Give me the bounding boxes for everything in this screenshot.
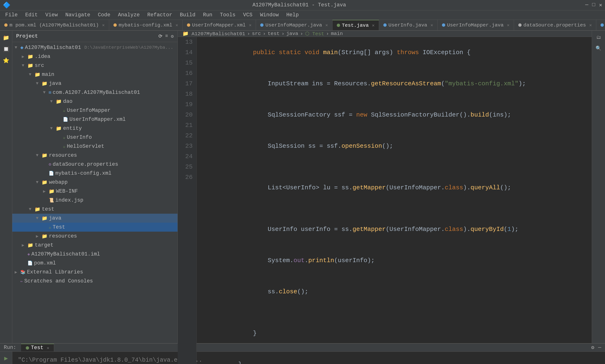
menu-item-view[interactable]: View [42, 11, 61, 19]
console-minimize-icon[interactable]: — [598, 345, 601, 351]
tab-mapper-java[interactable]: UserInfoMapper.java ✕ [256, 20, 332, 30]
run-play-icon[interactable]: ▶ [1, 354, 11, 363]
tree-label-iml: A1207MyBalischat01.iml [31, 251, 100, 257]
tree-item-pomxml[interactable]: 📄 pom.xml [12, 259, 178, 268]
tree-item-test-java[interactable]: ☕ Test [12, 223, 178, 232]
tab-close-mybatis[interactable]: ✕ [176, 23, 178, 28]
tree-item-main[interactable]: ▼ 📁 main [12, 70, 178, 79]
tree-item-dao[interactable]: ▼ 📁 dao [12, 97, 178, 106]
minimize-button[interactable]: — [585, 2, 588, 8]
tree-item-resources-test[interactable]: ▶ 📁 resources [12, 232, 178, 241]
tab-datasource[interactable]: dataSource.properties ✕ [514, 20, 596, 30]
sidebar-project-icon[interactable]: 📁 [1, 33, 11, 42]
tree-item-helloservlet[interactable]: ☕ HelloServlet [12, 142, 178, 151]
tab-close-pom[interactable]: ✕ [102, 23, 105, 28]
tree-item-java-test[interactable]: ▼ 📁 java [12, 214, 178, 223]
code-lines[interactable]: public static void main(String[] args) t… [197, 37, 592, 364]
code-content: 13 14 15 16 17 18 19 20 21 22 23 24 25 2… [178, 37, 592, 364]
tree-icon-scratches: ✏ [20, 278, 23, 284]
tree-item-test[interactable]: ▼ 📁 test [12, 205, 178, 214]
tab-helloservlet[interactable]: HelloServlet ✕ [596, 20, 605, 30]
line-numbers: 13 14 15 16 17 18 19 20 21 22 23 24 25 2… [178, 37, 197, 364]
sidebar-structure-icon[interactable]: 🔲 [1, 44, 11, 54]
menu-item-code[interactable]: Code [94, 11, 114, 19]
tab-mybatis[interactable]: mybatis-config.xml ✕ [109, 20, 183, 30]
code-line-17 [201, 162, 587, 172]
tree-item-indexjsp[interactable]: 📜 index.jsp [12, 196, 178, 205]
tab-close-test[interactable]: ✕ [372, 23, 374, 28]
menu-item-tools[interactable]: Tools [217, 11, 239, 19]
tab-label-mapper-java: UserInfoMapper.java [265, 23, 322, 28]
tab-close-mapper-xml[interactable]: ✕ [249, 23, 251, 28]
tab-close-datasource[interactable]: ✕ [589, 23, 592, 28]
sidebar-icons: 📁 🔲 ⭐ [0, 31, 12, 343]
tab-test[interactable]: Test.java ✕ [333, 20, 379, 30]
sidebar-favorites-icon[interactable]: ⭐ [1, 56, 11, 65]
tree-item-datasource[interactable]: ⚙ dataSource.properties [12, 160, 178, 169]
tree-item-src[interactable]: ▼ 📁 src [12, 61, 178, 70]
tree-item-root[interactable]: ▼ ◆ A1207MyBalischat01 D:\JavaEnterprise… [12, 43, 178, 52]
tree-collapse-icon[interactable]: ≡ [165, 33, 168, 39]
tab-dot-helloservlet [601, 23, 604, 27]
menu-item-vcs[interactable]: VCS [240, 11, 256, 19]
menu-item-file[interactable]: File [2, 11, 21, 19]
tree-icon-helloservlet: ☕ [63, 144, 65, 149]
menu-item-edit[interactable]: Edit [22, 11, 41, 19]
maximize-button[interactable]: □ [592, 2, 595, 8]
menu-item-run[interactable]: Run [200, 11, 216, 19]
bottom-tab-close[interactable]: ✕ [47, 345, 49, 351]
tree-item-userinfo[interactable]: ☕ UserInfo [12, 133, 178, 142]
breadcrumb-src: src [252, 31, 261, 36]
tab-close-usermapper2[interactable]: ✕ [507, 23, 510, 28]
menu-item-help[interactable]: Help [283, 11, 302, 19]
tree-item-ext-libs[interactable]: ▶ 📚 External Libraries [12, 268, 178, 276]
tab-userinfo[interactable]: UserInfo.java ✕ [379, 20, 438, 30]
right-sidebar-icon2[interactable]: 🔍 [594, 43, 603, 53]
tree-item-target[interactable]: ▶ 📁 target [12, 241, 178, 250]
tree-label-userinfomapper-java: UserInfoMapper [67, 107, 111, 114]
tree-item-mybatis-config[interactable]: 📄 mybatis-config.xml [12, 169, 178, 178]
app-icon: 🔷 [3, 1, 10, 9]
tree-item-resources-main[interactable]: ▼ 📁 resources [12, 151, 178, 160]
tree-item-webapp[interactable]: ▼ 📁 webapp [12, 178, 178, 187]
tree-arrow-dao: ▼ [50, 99, 54, 104]
tab-close-userinfo[interactable]: ✕ [431, 23, 433, 28]
line-num-20: 20 [178, 110, 193, 120]
tree-item-idea[interactable]: ▶ 📁 .idea [12, 52, 178, 61]
tree-item-entity[interactable]: ▼ 📁 entity [12, 124, 178, 133]
right-sidebar: 🗂 🔍 [592, 31, 605, 343]
menu-item-refactor[interactable]: Refactor [144, 11, 176, 19]
tree-item-webinf[interactable]: ▶ 📁 WEB-INF [12, 187, 178, 196]
tree-sync-icon[interactable]: ⟳ [158, 33, 162, 39]
tab-pom[interactable]: m pom.xml (A1207MyBalischat01) ✕ [0, 20, 109, 30]
code-line-15: SqlSessionFactory ssf = new SqlSessionFa… [201, 99, 587, 130]
tree-settings-icon[interactable]: ⚙ [171, 33, 174, 39]
right-sidebar-icon1[interactable]: 🗂 [594, 33, 603, 42]
tab-mapper-xml[interactable]: UserInfoMapper.xml ✕ [183, 20, 256, 30]
tree-item-java-main[interactable]: ▼ 📁 java [12, 79, 178, 88]
tree-arrow-root: ▼ [15, 45, 19, 50]
tree-item-package[interactable]: ▼ ⊞ com.A1207.A1207MyBalischat01 [12, 88, 178, 97]
tab-dot-mybatis [114, 23, 117, 27]
menu-item-analyze[interactable]: Analyze [115, 11, 143, 19]
close-button[interactable]: ✕ [599, 2, 602, 8]
bottom-tab-test[interactable]: Test ✕ [21, 344, 54, 351]
tab-label-datasource: dataSource.properties [524, 23, 586, 28]
line-num-14: 14 [178, 47, 193, 58]
tree-item-scratches[interactable]: ✏ Scratches and Consoles [12, 276, 178, 286]
menu-item-navigate[interactable]: Navigate [62, 11, 94, 19]
tab-close-mapper-java[interactable]: ✕ [325, 23, 328, 28]
tree-item-userinfomapper-xml[interactable]: 📄 UserInfoMapper.xml [12, 115, 178, 124]
tree-item-userinfomapper-java[interactable]: ☕ UserInfoMapper [12, 106, 178, 115]
tab-label-mybatis: mybatis-config.xml [119, 23, 172, 28]
tab-usermapper2[interactable]: UserInfoMapper.java ✕ [438, 20, 514, 30]
menu-item-build[interactable]: Build [177, 11, 199, 19]
code-line-16: SqlSession ss = ssf.openSession(); [201, 130, 587, 162]
tab-dot-mapper-xml [187, 23, 190, 27]
tree-label-src: src [35, 63, 44, 68]
menu-item-window[interactable]: Window [257, 11, 282, 19]
tab-label-mapper-xml: UserInfoMapper.xml [192, 23, 246, 28]
tab-dot-test [337, 24, 340, 27]
tree-icon-dao: 📁 [56, 99, 62, 104]
tree-item-iml[interactable]: ◈ A1207MyBalischat01.iml [12, 250, 178, 259]
